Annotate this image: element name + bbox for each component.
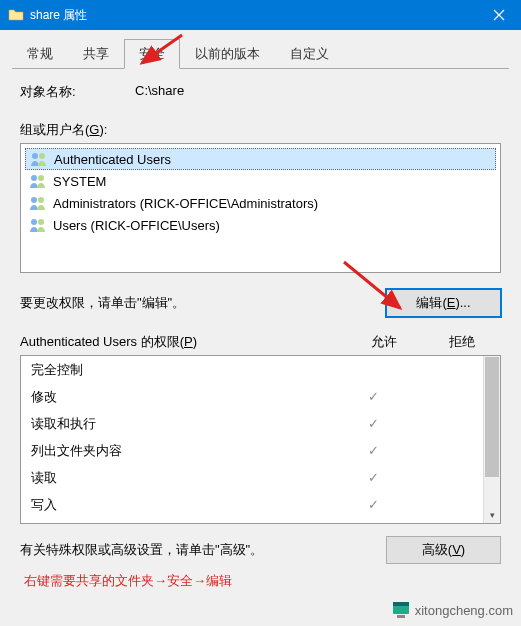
svg-point-7 (38, 219, 44, 225)
permission-name: 修改 (31, 388, 334, 406)
close-button[interactable] (476, 0, 521, 30)
group-icon (29, 217, 47, 233)
permissions-title: Authenticated Users 的权限(P) (20, 333, 345, 351)
advanced-hint-text: 有关特殊权限或高级设置，请单击"高级"。 (20, 541, 386, 559)
permissions-header: Authenticated Users 的权限(P) 允许 拒绝 (20, 333, 501, 351)
svg-point-5 (38, 197, 44, 203)
advanced-row: 有关特殊权限或高级设置，请单击"高级"。 高级(V) (20, 536, 501, 564)
edit-hint-text: 要更改权限，请单击"编辑"。 (20, 294, 386, 312)
allow-cell: ✓ (334, 416, 412, 431)
svg-point-4 (31, 197, 37, 203)
watermark-text: xitongcheng.com (415, 603, 513, 618)
tab-general[interactable]: 常规 (12, 39, 68, 69)
permission-name: 读取和执行 (31, 415, 334, 433)
allow-cell: ✓ (334, 389, 412, 404)
tab-security[interactable]: 安全 (124, 39, 180, 69)
watermark-icon (391, 600, 411, 620)
permissions-listbox: 完全控制 修改 ✓ 读取和执行 ✓ 列出文件夹内容 ✓ 读取 ✓ (20, 355, 501, 524)
tab-customize[interactable]: 自定义 (275, 39, 344, 69)
permission-name: 完全控制 (31, 361, 334, 379)
group-icon (29, 173, 47, 189)
list-item-text: SYSTEM (53, 174, 106, 189)
svg-point-1 (39, 153, 45, 159)
permission-row: 读取 ✓ (21, 464, 500, 491)
svg-point-2 (31, 175, 37, 181)
scroll-down-button[interactable]: ▾ (484, 506, 500, 523)
tab-sharing[interactable]: 共享 (68, 39, 124, 69)
allow-cell: ✓ (334, 497, 412, 512)
annotation-text: 右键需要共享的文件夹→安全→编辑 (24, 572, 509, 590)
scrollbar-vertical[interactable]: ▾ (483, 356, 500, 523)
allow-cell: ✓ (334, 470, 412, 485)
group-icon (30, 151, 48, 167)
list-item-text: Administrators (RICK-OFFICE\Administrato… (53, 196, 318, 211)
list-item-text: Users (RICK-OFFICE\Users) (53, 218, 220, 233)
folder-icon (8, 7, 24, 23)
list-item[interactable]: Users (RICK-OFFICE\Users) (25, 214, 496, 236)
permission-row: 修改 ✓ (21, 383, 500, 410)
list-item-text: Authenticated Users (54, 152, 171, 167)
object-name-row: 对象名称: C:\share (20, 83, 509, 101)
titlebar: share 属性 (0, 0, 521, 30)
permission-row: 写入 ✓ (21, 491, 500, 518)
tab-previous-versions[interactable]: 以前的版本 (180, 39, 275, 69)
svg-rect-10 (397, 615, 405, 618)
permission-row: 列出文件夹内容 ✓ (21, 437, 500, 464)
groups-label: 组或用户名(G): (20, 121, 509, 139)
deny-column-header: 拒绝 (423, 333, 501, 351)
list-item[interactable]: SYSTEM (25, 170, 496, 192)
allow-cell: ✓ (334, 443, 412, 458)
list-item[interactable]: Administrators (RICK-OFFICE\Administrato… (25, 192, 496, 214)
group-icon (29, 195, 47, 211)
svg-rect-9 (393, 602, 409, 606)
list-item[interactable]: Authenticated Users (25, 148, 496, 170)
permission-name: 列出文件夹内容 (31, 442, 334, 460)
window-title: share 属性 (30, 7, 476, 24)
tab-bar: 常规 共享 安全 以前的版本 自定义 (12, 38, 509, 69)
scroll-thumb[interactable] (485, 357, 499, 477)
watermark: xitongcheng.com (391, 600, 513, 620)
advanced-button[interactable]: 高级(V) (386, 536, 501, 564)
permission-name: 写入 (31, 496, 334, 514)
object-name-label: 对象名称: (20, 83, 135, 101)
svg-point-6 (31, 219, 37, 225)
svg-point-3 (38, 175, 44, 181)
object-name-value: C:\share (135, 83, 184, 101)
dialog-content: 常规 共享 安全 以前的版本 自定义 对象名称: C:\share 组或用户名(… (0, 30, 521, 590)
allow-column-header: 允许 (345, 333, 423, 351)
groups-listbox[interactable]: Authenticated Users SYSTEM Administrator… (20, 143, 501, 273)
svg-point-0 (32, 153, 38, 159)
permission-row: 读取和执行 ✓ (21, 410, 500, 437)
permission-name: 读取 (31, 469, 334, 487)
edit-hint-row: 要更改权限，请单击"编辑"。 编辑(E)... (20, 289, 501, 317)
edit-button[interactable]: 编辑(E)... (386, 289, 501, 317)
permission-row: 完全控制 (21, 356, 500, 383)
